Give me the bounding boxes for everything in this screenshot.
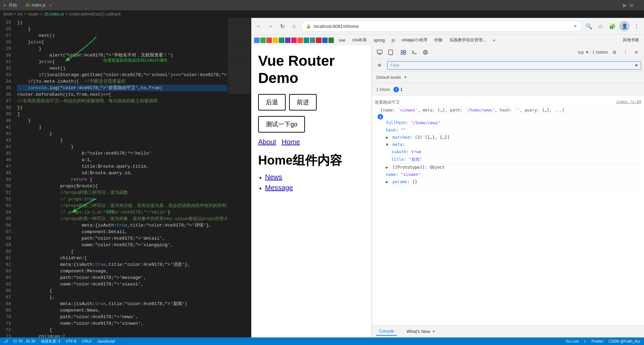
forward-nav-btn[interactable]: 前进 <box>289 94 317 111</box>
dt-inspect-btn[interactable] <box>375 48 384 57</box>
home-link[interactable]: Home <box>282 138 300 146</box>
address-bar[interactable]: 🔒 localhost:8081/#/home ✕ <box>301 21 582 32</box>
dt-divider2 <box>432 49 432 56</box>
console-entry-proto[interactable]: ▶ [[Prototype]]: Object <box>386 164 641 171</box>
bk-mgmt[interactable]: 实践教学综合管理... <box>447 36 488 44</box>
js-icon: JS <box>25 3 30 7</box>
go-button-row: 测试一下go <box>258 116 365 133</box>
bc-src[interactable]: src <box>17 12 23 17</box>
bk-icon6 <box>285 38 291 43</box>
console-entry-matched[interactable]: ▶ matched: (2) [{…}, {…}] <box>386 134 641 141</box>
dt-elements-btn[interactable] <box>399 48 408 57</box>
console-bottom-tab[interactable]: Console <box>376 327 397 336</box>
check-icon: ✓ <box>583 339 587 344</box>
reload-button[interactable]: ↻ <box>277 21 287 31</box>
home-button[interactable]: ⌂ <box>289 21 299 31</box>
whatsnew-close[interactable]: ✕ <box>432 330 435 333</box>
back-nav-btn[interactable]: 后退 <box>258 94 286 111</box>
bookmark-btn[interactable]: ☆ <box>596 21 605 31</box>
ce-title: title: "新闻" <box>391 157 422 163</box>
bc-testit[interactable]: testit <box>3 12 12 17</box>
bk-js[interactable]: js <box>390 37 397 43</box>
search-icon-btn[interactable]: 🔍 <box>584 21 594 31</box>
tab-filename[interactable]: index.js <box>32 3 46 8</box>
ce-text-0: 前置路由守卫 <box>375 100 400 105</box>
ce-fullpath: fullPath: "/home/news" <box>386 121 441 125</box>
issue-count: 1 <box>400 87 403 92</box>
url-text[interactable]: localhost:8081/#/home <box>314 24 571 29</box>
dt-more-btn[interactable]: ⋮ <box>621 48 630 57</box>
dt-close-btn[interactable]: ✕ <box>632 48 641 57</box>
console-entry-params[interactable]: ▶ params: {} <box>386 178 641 186</box>
clear-icon[interactable]: ✕ <box>573 24 577 29</box>
eye-btn[interactable]: 👁 <box>375 61 384 70</box>
split-icon[interactable]: ⊞ <box>630 2 634 8</box>
top-label: top <box>578 50 584 55</box>
webpage: Vue Router Demo 后退 前进 测试一下go About Home … <box>251 45 372 337</box>
bc-router[interactable]: router <box>28 12 39 17</box>
profile-icon[interactable]: 👤 <box>619 21 630 31</box>
devtools-bottom-bar: Console What's New ✕ <box>372 325 644 337</box>
dt-top-select[interactable]: top ▼ <box>578 50 589 55</box>
menu-dots-icon[interactable]: ⋮ <box>632 21 641 31</box>
go-btn[interactable]: 测试一下go <box>258 116 305 133</box>
expand-matched[interactable]: ▶ <box>386 135 388 140</box>
bk-icon13 <box>328 38 334 43</box>
dt-device-btn[interactable] <box>386 48 395 57</box>
line-ending[interactable]: CRLF <box>82 339 92 343</box>
back-button[interactable]: ← <box>254 21 264 31</box>
default-levels-label[interactable]: Default levels <box>376 75 401 80</box>
dt-network-btn[interactable] <box>421 48 430 57</box>
bk-exp[interactable]: 经验 <box>432 36 445 44</box>
bk-uniapp[interactable]: uniapp/小程序 <box>400 36 430 44</box>
console-entry-title: title: "新闻" <box>391 156 641 164</box>
bk-vue[interactable]: vue <box>337 37 347 43</box>
expand-meta[interactable]: ▼ <box>386 142 388 147</box>
prettier-label[interactable]: Prettier <box>591 339 603 344</box>
code-content[interactable]: }) } next() }else{ } alert("color:#ce917… <box>14 18 227 337</box>
dt-console-tab-btn[interactable] <box>410 48 419 57</box>
svg-rect-3 <box>401 50 403 52</box>
bookmark-icons-row <box>254 38 334 43</box>
bk-other[interactable]: 其他书签 <box>621 36 641 44</box>
news-link[interactable]: News <box>265 173 282 181</box>
bk-css[interactable]: css布局 <box>350 36 369 44</box>
expand-params[interactable]: ▶ <box>386 179 388 184</box>
expand-proto[interactable]: ▶ <box>386 165 388 170</box>
ce-matched: matched: (2) [{…}, {…}] <box>392 135 450 140</box>
encoding[interactable]: UTF-8 <box>66 339 76 343</box>
bc-callback[interactable]: router.beforeEach() callback <box>69 12 121 17</box>
message-link[interactable]: Message <box>265 184 293 191</box>
char-len[interactable]: 缩进长度: 4 <box>41 339 60 344</box>
devtools-issues-bar: 1 Issue: i 1 <box>372 83 644 96</box>
svg-rect-5 <box>401 53 403 54</box>
console-filter-input[interactable]: Filter ✕ <box>387 61 641 70</box>
position-info[interactable]: 行 70，列 35 <box>13 339 35 344</box>
ce-link-0[interactable]: index.js:69 <box>616 100 641 105</box>
menu-label[interactable]: 开始 <box>9 2 17 8</box>
bk-icon8 <box>297 38 303 43</box>
go-live-btn[interactable]: Go Live <box>566 339 579 344</box>
bk-more[interactable]: » <box>491 37 497 43</box>
about-link[interactable]: About <box>258 138 276 146</box>
filter-clear-btn[interactable]: ✕ <box>635 63 638 68</box>
nav-buttons: 后退 前进 <box>258 94 365 111</box>
tab-close-icon[interactable]: ✕ <box>49 3 52 7</box>
dt-settings-btn[interactable]: ⚙ <box>610 48 619 57</box>
bk-icon1 <box>254 38 260 43</box>
bk-spring[interactable]: spring <box>371 37 387 43</box>
console-entry-meta[interactable]: ▼ meta: <box>386 141 641 148</box>
bc-file[interactable]: JS index.js <box>44 12 64 17</box>
svg-rect-6 <box>404 53 406 54</box>
extensions-icon[interactable]: 🧩 <box>608 21 617 31</box>
language[interactable]: JavaScript <box>97 339 115 343</box>
forward-button[interactable]: → <box>266 21 275 31</box>
dt-divider3 <box>591 49 591 56</box>
levels-chevron[interactable]: ▼ <box>404 75 407 79</box>
run-icon[interactable]: ▶ <box>623 2 627 8</box>
more-icon[interactable]: … <box>636 2 641 8</box>
whatsnew-tab[interactable]: What's New ✕ <box>402 327 439 335</box>
code-area[interactable]: 2526272829303132333435363738394041424344… <box>0 18 251 337</box>
devtools-console[interactable]: 前置路由守卫 index.js:69 {name: 'xinwen', meta… <box>372 96 644 325</box>
info-dot: i <box>378 114 383 119</box>
